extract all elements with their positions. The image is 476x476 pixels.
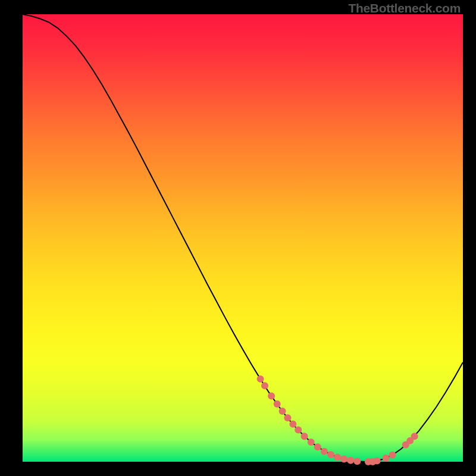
bottleneck-curve: [23, 14, 463, 462]
data-point: [321, 448, 328, 455]
data-point: [257, 375, 264, 383]
data-point: [301, 433, 308, 440]
data-point: [268, 392, 275, 399]
scatter-points: [257, 375, 418, 465]
chart-container: TheBottleneck.com: [0, 0, 476, 476]
data-point: [389, 452, 396, 459]
data-point: [411, 433, 418, 440]
data-point: [289, 421, 296, 428]
data-point: [295, 427, 302, 434]
data-point: [353, 458, 361, 465]
data-point: [314, 443, 321, 450]
data-point: [284, 414, 291, 421]
data-point: [308, 439, 315, 446]
data-point: [334, 453, 341, 461]
data-point: [261, 382, 268, 389]
data-point: [374, 458, 381, 465]
data-point: [347, 457, 354, 464]
curve-layer: [23, 14, 463, 462]
chart-svg: [0, 0, 476, 476]
data-point: [340, 455, 347, 462]
data-point: [279, 408, 286, 415]
data-point: [327, 451, 334, 458]
data-point: [383, 455, 390, 462]
data-point: [274, 400, 281, 408]
